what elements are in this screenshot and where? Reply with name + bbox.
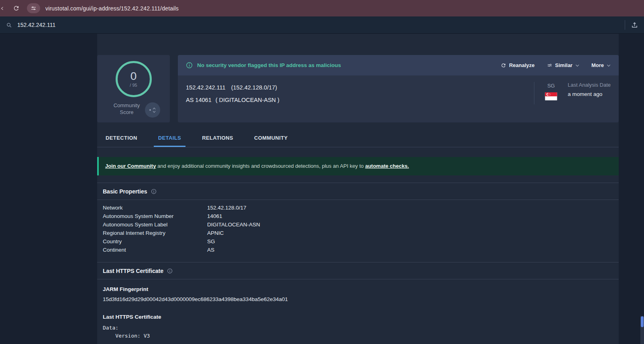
ip-address: 152.42.242.111: [186, 84, 226, 91]
property-label: Continent: [103, 247, 207, 253]
table-row: Continent AS: [103, 246, 613, 254]
country-code: SG: [547, 83, 555, 89]
tab-community[interactable]: COMMUNITY: [250, 135, 292, 147]
tab-bar-rule: [97, 147, 619, 147]
search-input[interactable]: [17, 22, 625, 28]
table-row: Regional Internet Registry APNIC: [103, 229, 613, 237]
table-row: Autonomous System Number 14061: [103, 212, 613, 220]
browser-toolbar: virustotal.com/gui/ip-address/152.42.242…: [0, 0, 644, 16]
score-total: / 95: [130, 83, 137, 88]
scrollbar-thumb[interactable]: [641, 316, 644, 327]
search-icon: [6, 22, 12, 28]
info-icon[interactable]: [151, 189, 157, 194]
reload-icon[interactable]: [13, 5, 20, 12]
tab-details[interactable]: DETAILS: [154, 135, 185, 147]
section-title: Last HTTPS Certificate: [103, 268, 163, 274]
table-row: Country SG: [103, 237, 613, 246]
chevron-down-icon: [575, 64, 579, 67]
table-row: Network 152.42.128.0/17: [103, 204, 613, 212]
tab-relations[interactable]: RELATIONS: [198, 135, 238, 147]
property-value: AS: [207, 247, 214, 253]
caret-down-icon[interactable]: [153, 111, 156, 113]
vt-search-bar: [0, 16, 644, 34]
property-value: APNIC: [207, 230, 224, 236]
property-value: DIGITALOCEAN-ASN: [207, 222, 260, 228]
automate-checks-link[interactable]: automate checks.: [365, 163, 409, 169]
verdict-message: No security vendor flagged this IP addre…: [197, 62, 341, 68]
address-bar-url[interactable]: virustotal.com/gui/ip-address/152.42.242…: [45, 5, 179, 12]
ip-summary-card: No security vendor flagged this IP addre…: [178, 55, 619, 122]
property-label: Regional Internet Registry: [103, 230, 207, 236]
jarm-fingerprint-title: JARM Fingerprint: [103, 286, 613, 292]
ip-summary-body: 152.42.242.111(152.42.128.0/17) AS 14061…: [178, 75, 619, 112]
similar-label: Similar: [555, 62, 573, 68]
toolbar-divider: [625, 20, 625, 30]
last-analysis-value: a moment ago: [568, 91, 611, 97]
community-vote-widget[interactable]: [145, 102, 160, 118]
cta-text: and enjoy additional community insights …: [156, 163, 365, 169]
property-label: Autonomous System Number: [103, 213, 207, 219]
detection-score-gauge: 0 / 95: [116, 61, 152, 97]
similar-button[interactable]: Similar: [547, 62, 579, 68]
tab-detection[interactable]: DETECTION: [101, 135, 142, 147]
ip-network: (152.42.128.0/17): [231, 84, 277, 91]
https-certificate-header: Last HTTPS Certificate: [97, 263, 619, 279]
reanalyze-label: Reanalyze: [509, 62, 535, 68]
asn: AS 14061: [186, 97, 212, 103]
basic-properties-header: Basic Properties: [97, 183, 619, 200]
basic-properties-table: Network 152.42.128.0/17 Autonomous Syste…: [97, 200, 619, 255]
property-label: Autonomous System Label: [103, 222, 207, 228]
section-title: Basic Properties: [103, 188, 147, 195]
certificate-preview: Data: Version: V3: [103, 324, 613, 340]
tab-bar: DETECTION DETAILS RELATIONS COMMUNITY: [97, 135, 619, 147]
community-cta-banner: Join our Community and enjoy additional …: [97, 157, 619, 175]
singapore-flag-icon: [545, 92, 557, 100]
scrollbar-track[interactable]: [640, 316, 644, 344]
table-row: Autonomous System Label DIGITALOCEAN-ASN: [103, 220, 613, 229]
as-label: ( DIGITALOCEAN-ASN ): [216, 97, 279, 103]
vote-dot-icon: [149, 109, 151, 111]
property-value: SG: [207, 238, 215, 244]
certificate-section: JARM Fingerprint 15d3fd16d29d29d00042d43…: [97, 286, 619, 340]
tune-icon: [31, 5, 37, 11]
back-icon[interactable]: [0, 6, 5, 11]
more-label: More: [591, 62, 604, 68]
chevron-down-icon: [607, 64, 611, 67]
more-button[interactable]: More: [591, 62, 611, 68]
content-column: 0 / 95 Community Score: [97, 34, 619, 344]
property-value: 152.42.128.0/17: [207, 205, 247, 211]
refresh-icon: [501, 63, 506, 68]
info-icon: [186, 62, 193, 69]
join-community-link[interactable]: Join our Community: [105, 163, 156, 169]
site-settings-button[interactable]: [27, 3, 40, 13]
info-icon[interactable]: [167, 268, 173, 274]
property-label: Country: [103, 238, 207, 244]
community-score-card: 0 / 95 Community Score: [97, 55, 170, 122]
vertical-divider: [534, 82, 534, 104]
certificate-title: Last HTTPS Certificate: [103, 314, 613, 320]
reanalyze-button[interactable]: Reanalyze: [501, 62, 535, 68]
last-analysis-label: Last Analysis Date: [568, 82, 611, 88]
similar-icon: [547, 63, 552, 68]
score-value: 0: [130, 71, 137, 82]
property-label: Network: [103, 205, 207, 211]
property-value: 14061: [207, 213, 222, 219]
upload-icon[interactable]: [631, 22, 638, 28]
caret-up-icon[interactable]: [153, 108, 156, 110]
verdict-banner: No security vendor flagged this IP addre…: [178, 55, 619, 75]
jarm-fingerprint-value: 15d3fd16d29d29d00042d43d0000009ec686233a…: [103, 296, 613, 302]
score-label: Community Score: [110, 102, 144, 116]
page-background: 0 / 95 Community Score: [0, 34, 644, 344]
